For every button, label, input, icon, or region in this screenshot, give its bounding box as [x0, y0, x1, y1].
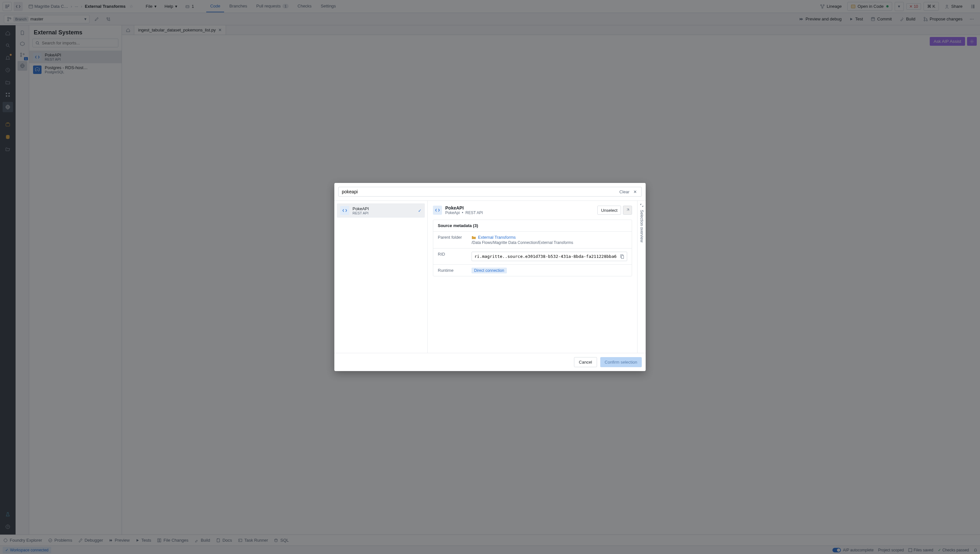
runtime-label: Runtime — [438, 268, 467, 273]
result-item-pokeapi[interactable]: PokeAPI REST API ✓ — [337, 203, 425, 218]
folder-icon — [471, 235, 476, 240]
api-icon — [433, 205, 442, 215]
clear-button[interactable]: Clear — [619, 189, 630, 194]
selection-overview-label[interactable]: Selection overview — [640, 210, 644, 242]
svg-rect-58 — [621, 256, 624, 258]
parent-folder-link[interactable]: External Transforms — [478, 235, 515, 240]
rid-value[interactable] — [474, 254, 618, 259]
rid-label: RID — [438, 252, 467, 256]
close-icon[interactable]: ✕ — [632, 189, 638, 194]
runtime-tag: Direct connection — [471, 267, 507, 274]
modal-search-input[interactable] — [342, 189, 617, 194]
expand-icon[interactable] — [640, 203, 644, 207]
parent-folder-path: /Data Flows/Magritte Data Connection/Ext… — [471, 240, 627, 245]
metadata-card-title: Source metadata (3) — [433, 220, 632, 232]
api-icon — [340, 206, 349, 215]
open-external-icon[interactable] — [623, 205, 632, 215]
check-icon: ✓ — [418, 208, 422, 213]
source-selector-modal: Clear ✕ PokeAPI REST API ✓ — [334, 183, 646, 371]
cancel-button[interactable]: Cancel — [574, 357, 597, 367]
result-sub: REST API — [353, 211, 369, 215]
result-name: PokeAPI — [353, 206, 369, 211]
modal-overlay: Clear ✕ PokeAPI REST API ✓ — [0, 0, 980, 554]
results-list: PokeAPI REST API ✓ — [334, 201, 428, 353]
detail-title: PokeAPI — [445, 205, 483, 210]
confirm-selection-button[interactable]: Confirm selection — [600, 357, 642, 367]
parent-folder-label: Parent folder — [438, 235, 467, 240]
unselect-button[interactable]: Unselect — [597, 205, 621, 215]
copy-icon[interactable] — [620, 254, 624, 259]
